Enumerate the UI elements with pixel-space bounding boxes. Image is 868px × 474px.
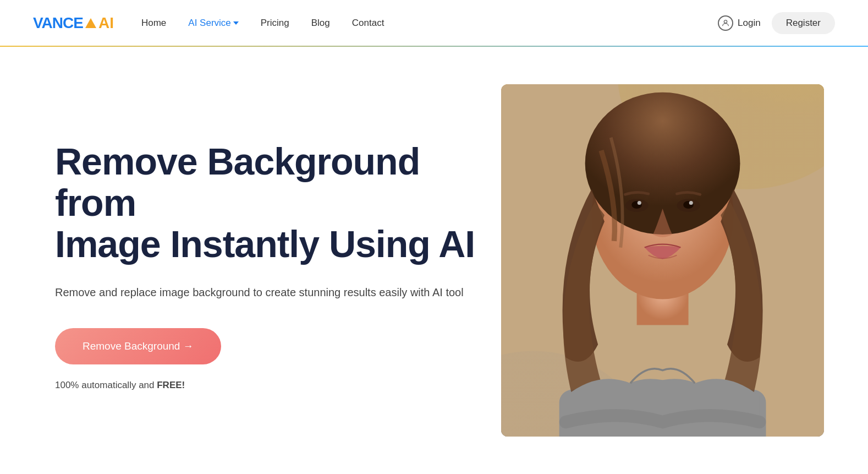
navbar: VANCE AI Home AI Service Pricing Blog (0, 0, 868, 47)
hero-title: Remove Background from Image Instantly U… (55, 141, 478, 264)
free-text: 100% automatically and FREE! (55, 380, 478, 391)
hero-title-line2: Image Instantly Using AI (55, 223, 475, 265)
contact-link[interactable]: Contact (352, 18, 384, 28)
svg-point-0 (724, 20, 727, 23)
ai-service-dropdown[interactable]: AI Service (188, 18, 238, 29)
home-link[interactable]: Home (141, 18, 166, 28)
login-button[interactable]: Login (718, 15, 761, 31)
hero-content: Remove Background from Image Instantly U… (55, 130, 478, 390)
pricing-link[interactable]: Pricing (261, 18, 289, 28)
logo[interactable]: VANCE AI (33, 14, 114, 32)
chevron-down-icon (233, 21, 239, 25)
logo-vance-text: VANCE (33, 14, 83, 32)
remove-background-button[interactable]: Remove Background → (55, 328, 221, 364)
svg-point-14 (689, 201, 693, 205)
hero-title-line1: Remove Background from (55, 140, 420, 224)
nav-blog[interactable]: Blog (311, 18, 330, 29)
blog-link[interactable]: Blog (311, 18, 330, 28)
free-prefix: 100% automatically and (55, 380, 157, 390)
hero-section: Remove Background from Image Instantly U… (0, 47, 868, 474)
login-label: Login (738, 18, 761, 29)
portrait-svg (501, 84, 824, 437)
hero-image (501, 84, 824, 437)
nav-contact[interactable]: Contact (352, 18, 384, 29)
logo-triangle-icon (85, 18, 96, 28)
svg-point-13 (638, 201, 641, 205)
nav-ai-service[interactable]: AI Service (188, 18, 238, 29)
register-button[interactable]: Register (772, 12, 835, 34)
navbar-left: VANCE AI Home AI Service Pricing Blog (33, 14, 384, 32)
nav-home[interactable]: Home (141, 18, 166, 29)
nav-pricing[interactable]: Pricing (261, 18, 289, 29)
user-icon (718, 15, 733, 31)
navbar-right: Login Register (718, 12, 835, 34)
logo-ai: AI (85, 14, 114, 32)
hero-image-placeholder (501, 84, 824, 437)
nav-links: Home AI Service Pricing Blog Contact (141, 18, 384, 29)
remove-bg-label: Remove Background → (83, 340, 194, 352)
logo-ai-text: AI (98, 14, 114, 32)
ai-service-label: AI Service (188, 18, 230, 29)
register-label: Register (786, 18, 821, 28)
hero-subtitle: Remove and replace image background to c… (55, 284, 478, 301)
free-bold: FREE! (157, 380, 185, 390)
